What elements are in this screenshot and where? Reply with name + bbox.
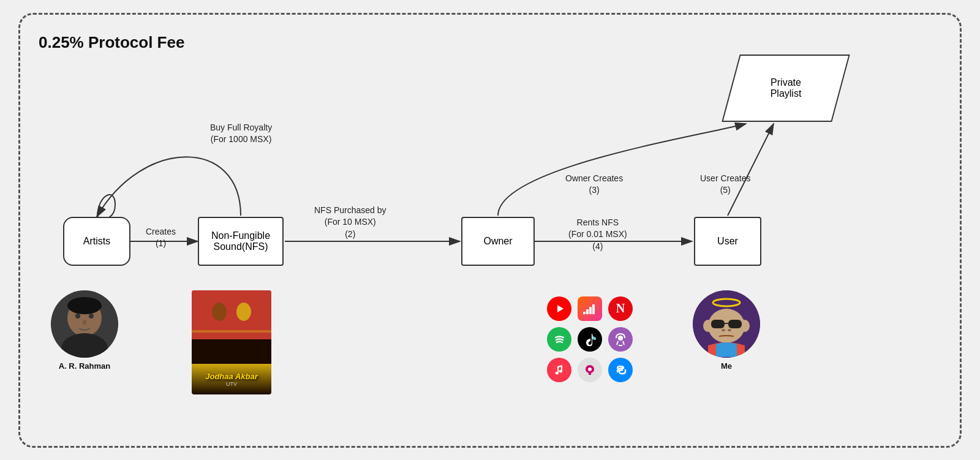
user-creates-label: User Creates(5) [700, 173, 750, 197]
svg-rect-23 [619, 345, 622, 346]
smule-icon [578, 358, 602, 382]
svg-rect-21 [592, 304, 595, 314]
svg-point-15 [236, 303, 251, 321]
svg-point-9 [75, 314, 80, 319]
nfs-purchased-label: NFS Purchased by(For 10 MSX)(2) [314, 205, 386, 241]
svg-point-33 [722, 329, 725, 331]
owner-creates-label: Owner Creates(3) [565, 173, 623, 197]
nfs-node: Non-Fungible Sound(NFS) [198, 217, 284, 266]
netflix-icon: N [608, 296, 633, 321]
buy-royalty-label: Buy Full Royalty(For 1000 MSX) [210, 122, 272, 146]
svg-rect-13 [192, 339, 271, 364]
owner-node: Owner [461, 217, 535, 266]
apple-music-icon [547, 358, 571, 382]
youtube-icon [547, 296, 571, 321]
shazam-icon [608, 358, 633, 382]
user-label: User [717, 236, 738, 247]
deezer-icon [578, 296, 602, 321]
artists-node: Artists [63, 217, 130, 266]
svg-rect-20 [589, 307, 592, 314]
user-name: Me [721, 361, 732, 371]
svg-rect-30 [711, 320, 725, 328]
ar-rahman-name: A. R. Rahman [59, 361, 111, 371]
svg-point-10 [89, 314, 94, 319]
podcasts-icon [608, 327, 633, 352]
bored-ape-avatar [693, 290, 760, 358]
svg-point-14 [212, 303, 227, 321]
ar-rahman-avatar [51, 290, 118, 358]
user-node: User [694, 217, 761, 266]
platforms-grid: N [547, 296, 635, 385]
svg-point-11 [83, 320, 86, 325]
nfs-label: Non-Fungible Sound(NFS) [211, 230, 270, 252]
svg-point-22 [618, 336, 623, 341]
svg-rect-19 [586, 309, 589, 314]
artists-label: Artists [83, 236, 110, 247]
user-person: Me [693, 290, 760, 371]
movie-poster: Jodhaa Akbar UTV [192, 290, 271, 394]
svg-rect-18 [583, 312, 586, 314]
diagram-container: 0.25% Protocol Fee Artists Non-Fungible [18, 13, 962, 448]
spotify-icon [547, 327, 571, 352]
svg-rect-16 [192, 330, 271, 333]
svg-rect-31 [728, 320, 742, 328]
playlist-label: PrivatePlaylist [771, 77, 802, 99]
protocol-fee-title: 0.25% Protocol Fee [39, 33, 941, 52]
svg-point-34 [728, 329, 731, 331]
tiktok-icon [578, 327, 602, 352]
creates-label: Creates(1) [146, 226, 176, 250]
svg-point-24 [588, 368, 592, 371]
svg-marker-17 [557, 305, 564, 312]
svg-point-7 [67, 297, 102, 314]
rents-nfs-label: Rents NFS(For 0.01 MSX)(4) [568, 217, 627, 253]
ar-rahman-person: A. R. Rahman [51, 290, 118, 371]
svg-line-3 [728, 124, 774, 216]
playlist-node: PrivatePlaylist [731, 55, 841, 122]
owner-label: Owner [483, 236, 512, 247]
